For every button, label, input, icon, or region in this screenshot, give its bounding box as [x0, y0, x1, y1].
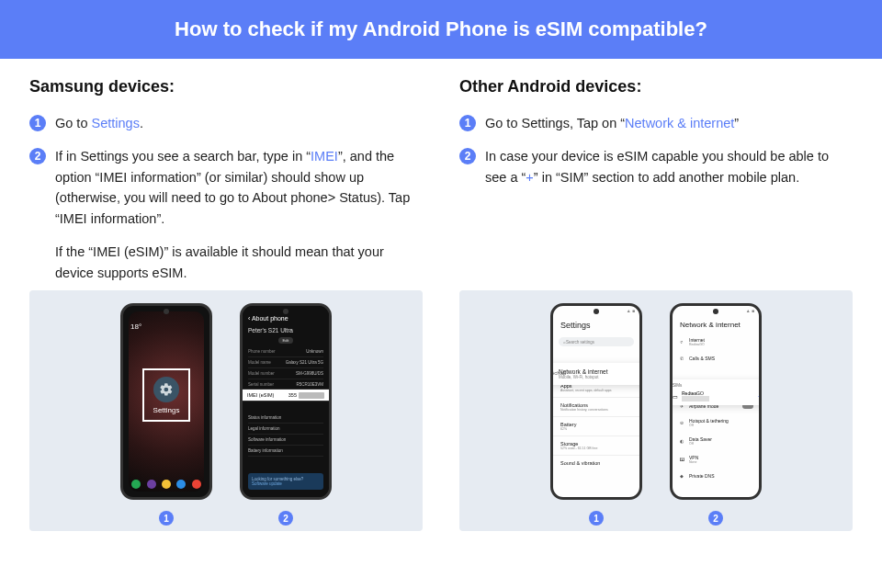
samsung-step-2: 2 If in Settings you see a search bar, t… [29, 146, 423, 229]
settings-row: Storage52% used - 61.51 GB free [553, 435, 639, 455]
screen-title: Network & internet [673, 317, 759, 333]
samsung-step-2-extra: If the “IMEI (eSIM)” is available it sho… [55, 242, 423, 283]
datasaver-icon: ◐ [680, 438, 685, 444]
gear-icon [153, 377, 179, 402]
camera-notch [164, 309, 169, 314]
other-heading: Other Android devices: [459, 77, 853, 96]
samsung-column: Samsung devices: 1 Go to Settings. 2 If … [29, 77, 423, 283]
dock-icon [162, 480, 171, 489]
info-row: Legal information [248, 424, 323, 435]
page-title: How to check if my Android Phone is eSIM… [175, 17, 707, 41]
samsung-step-1: 1 Go to Settings. [29, 113, 423, 133]
redacted-value [299, 392, 324, 399]
dock-icon [147, 480, 156, 489]
page-header: How to check if my Android Phone is eSIM… [0, 0, 882, 59]
dock-icon [176, 480, 186, 489]
edit-button: Edit [278, 337, 294, 344]
other-phone-1: ▲ ■ Settings ⌕ Search settings AppsAssis… [550, 303, 642, 500]
sims-popup: SIMs ▭ RedteaGO + [670, 379, 762, 405]
search-bar: ⌕ Search settings [559, 337, 634, 346]
step-text: If in Settings you see a search bar, typ… [55, 146, 423, 229]
step-badge: 2 [29, 148, 46, 164]
other-step-1: 1 Go to Settings, Tap on “Network & inte… [459, 113, 853, 133]
step-badge: 1 [459, 115, 476, 131]
info-row: Battery information [248, 446, 323, 457]
wifi-icon: ᯤ [680, 339, 685, 345]
settings-row: NotificationsNotification history, conve… [553, 397, 639, 416]
imei-esim-label: IMEI (eSIM) [247, 392, 274, 398]
imei-esim-highlight: IMEI (eSIM) 355 [240, 389, 332, 401]
screen-title: Settings [553, 317, 639, 334]
samsung-mockups: 18° Settings 1 [29, 290, 423, 531]
weather-widget: 18° [130, 322, 141, 331]
net-row: ◐Data SaverOff [673, 432, 759, 450]
camera-notch [594, 309, 599, 314]
info-row: Model nameGalaxy S21 Ultra 5G [248, 357, 323, 368]
dock [129, 477, 204, 492]
screen-title: ‹ About phone [248, 315, 323, 322]
other-phone-2-wrap: ▲ ■ Network & internet ᯤInternetRedteaGO… [670, 303, 762, 526]
samsung-heading: Samsung devices: [29, 77, 423, 96]
mock-number-badge: 1 [589, 511, 604, 526]
net-row: ✆Calls & SMS [673, 351, 759, 366]
samsung-phone-1-wrap: 18° Settings 1 [120, 303, 212, 526]
popup-sub: Mobile, Wi-Fi, hotspot [559, 375, 634, 379]
network-internet-link[interactable]: Network & internet [625, 116, 734, 130]
settings-row: Sound & vibration [553, 455, 639, 470]
dock-icon [131, 480, 141, 489]
plus-link[interactable]: + [526, 170, 533, 185]
samsung-phone-1: 18° Settings [120, 303, 212, 500]
other-phone-1-wrap: ▲ ■ Settings ⌕ Search settings AppsAssis… [550, 303, 642, 526]
settings-tile: Settings [142, 368, 190, 422]
settings-label: Settings [153, 406, 180, 414]
add-sim-plus: + [758, 392, 762, 401]
settings-row: Battery62% [553, 416, 639, 435]
search-suggestion: Looking for something else? Software upd… [248, 473, 323, 490]
settings-screen: Settings ⌕ Search settings AppsAssistant… [553, 306, 639, 497]
info-row: Software information [248, 435, 323, 446]
camera-notch [713, 309, 718, 314]
step-badge: 2 [459, 148, 476, 164]
camera-notch [283, 309, 288, 314]
network-internet-popup: �échap ᯤ Network & internet Mobile, Wi-F… [550, 363, 642, 385]
popup-title: Network & internet [559, 368, 634, 375]
mockup-row: 18° Settings 1 [0, 290, 882, 531]
info-row: Status information [248, 413, 323, 424]
step-text: Go to Settings. [55, 113, 143, 133]
hotspot-icon: ⊚ [680, 420, 685, 425]
instructions-grid: Samsung devices: 1 Go to Settings. 2 If … [0, 59, 882, 283]
other-step-2: 2 In case your device is eSIM capable yo… [459, 146, 853, 187]
mock-number-badge: 2 [278, 511, 293, 526]
net-row: ◆Private DNS [673, 469, 759, 483]
step-text: Go to Settings, Tap on “Network & intern… [485, 113, 739, 133]
about-phone-screen: ‹ About phone Peter's S21 Ultra Edit Pho… [243, 306, 329, 497]
phone-icon: ✆ [680, 356, 685, 361]
wifi-icon: ᯤ [550, 369, 551, 375]
net-row: ᯤInternetRedteaGO [673, 333, 759, 351]
sims-label: SIMs [673, 383, 762, 388]
samsung-phone-2-wrap: ‹ About phone Peter's S21 Ultra Edit Pho… [240, 303, 332, 526]
info-row: Model numberSM-G998U/DS [248, 368, 323, 379]
dock-icon [192, 480, 201, 489]
mock-number-badge: 1 [159, 511, 174, 526]
net-row: ⊚Hotspot & tetheringOff [673, 413, 759, 432]
mock-number-badge: 2 [708, 511, 723, 526]
imei-link[interactable]: IMEI [311, 149, 338, 164]
device-name: Peter's S21 Ultra [248, 327, 323, 334]
step-text: In case your device is eSIM capable you … [485, 146, 853, 187]
info-row: Phone numberUnknown [248, 346, 323, 357]
other-column: Other Android devices: 1 Go to Settings,… [459, 77, 853, 283]
redacted-value [682, 396, 709, 401]
other-mockups: ▲ ■ Settings ⌕ Search settings AppsAssis… [459, 290, 853, 531]
dns-icon: ◆ [680, 473, 685, 479]
net-row: ⚿VPNNone [673, 450, 759, 469]
other-phone-2: ▲ ■ Network & internet ᯤInternetRedteaGO… [670, 303, 762, 500]
settings-link[interactable]: Settings [92, 116, 140, 130]
samsung-phone-2: ‹ About phone Peter's S21 Ultra Edit Pho… [240, 303, 332, 500]
step-badge: 1 [29, 115, 46, 131]
wifi-icon: �échap [550, 369, 566, 376]
vpn-icon: ⚿ [680, 457, 685, 462]
